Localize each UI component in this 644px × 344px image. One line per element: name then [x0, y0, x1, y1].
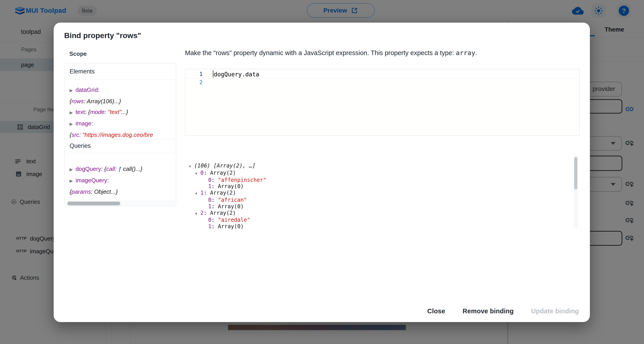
- queries-header: Queries: [70, 142, 91, 149]
- line-number-1: 1: [187, 71, 202, 77]
- editor-cursor: [213, 71, 213, 78]
- expected-type: array: [456, 49, 475, 57]
- result-vertical-scrollbar: [574, 155, 578, 228]
- close-button[interactable]: Close: [424, 307, 448, 315]
- bind-property-dialog: Bind property "rows" Scope Elements ▶dat…: [54, 23, 590, 322]
- scope-label: Scope: [69, 50, 87, 57]
- editor-code: dogQuery.data: [214, 71, 260, 78]
- line-number-2: 2: [187, 79, 202, 86]
- scrollbar-thumb[interactable]: [574, 157, 577, 190]
- js-expression-editor[interactable]: 1 2 dogQuery.data: [185, 69, 580, 136]
- scope-panel: Elements ▶dataGrid: {rows: Array(106)...…: [64, 63, 176, 206]
- result-json-tree[interactable]: ▼(106) [Array(2), …]▼0: Array(2)0: "affe…: [186, 162, 570, 230]
- scope-elements-tree[interactable]: ▶dataGrid: {rows: Array(106)...}▶text: {…: [70, 84, 176, 140]
- scope-horizontal-scrollbar: [64, 201, 176, 206]
- scope-queries-tree[interactable]: ▶dogQuery: {call: ƒ call()...}▶imageQuer…: [70, 163, 176, 197]
- update-binding-button[interactable]: Update binding: [528, 307, 582, 315]
- scrollbar-thumb[interactable]: [67, 202, 120, 205]
- dialog-actions: Close Remove binding Update binding: [424, 304, 582, 318]
- dialog-description: Make the "rows" property dynamic with a …: [185, 49, 477, 57]
- remove-binding-button[interactable]: Remove binding: [460, 307, 517, 315]
- elements-header: Elements: [70, 68, 95, 75]
- dialog-title: Bind property "rows": [64, 31, 141, 40]
